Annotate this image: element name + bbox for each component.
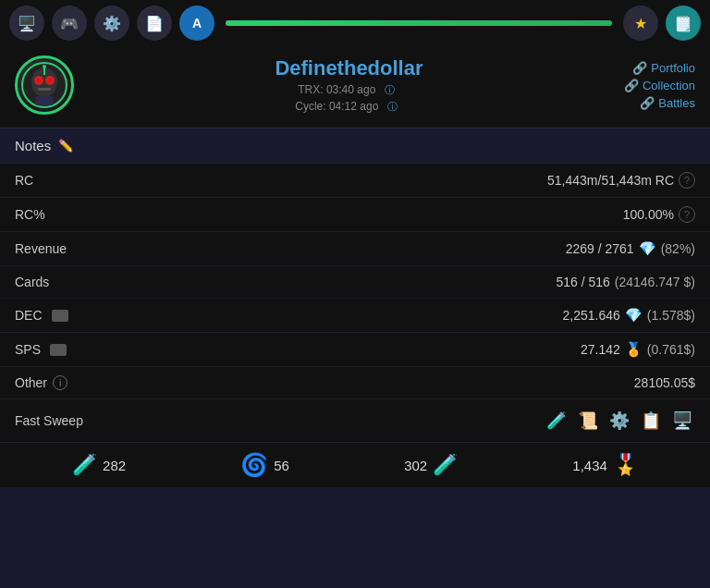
edit-icon[interactable]: ✏️ [58, 139, 73, 153]
profile-name: Definethedollar [89, 56, 609, 80]
fast-sweep-row: Fast Sweep 🧪 📜 ⚙️ 📋 🖥️ [0, 399, 710, 443]
link-icon: 🔗 [632, 61, 647, 75]
person-icon-btn[interactable]: A [179, 6, 214, 41]
svg-point-5 [48, 79, 52, 82]
profile-links: 🔗 Portfolio 🔗 Collection 🔗 Battles [624, 61, 695, 110]
sweep-icon-2[interactable]: ⚙️ [606, 408, 632, 434]
profile-info: Definethedollar TRX: 03:40 ago ⓘ Cycle: … [89, 56, 609, 114]
revenue-value: 2269 / 2761 💎 (82%) [566, 240, 695, 257]
portfolio-link[interactable]: 🔗 Portfolio [632, 61, 695, 75]
spin-icon: 🌀 [240, 452, 268, 478]
cards-row: Cards 516 / 516 (24146.747 $) [0, 266, 710, 299]
rc-pct-question-icon[interactable]: ? [679, 206, 695, 223]
notes-section: Notes ✏️ [0, 129, 710, 164]
rc-pct-label: RC% [15, 207, 45, 222]
svg-rect-6 [38, 88, 51, 91]
rc-label: RC [15, 173, 33, 188]
battles-link[interactable]: 🔗 Battles [640, 96, 695, 110]
notes-label: Notes [15, 138, 51, 153]
potion-stat: 🧪 282 [72, 453, 126, 477]
rc-pct-value: 100.00% ? [623, 206, 695, 223]
sps-value: 27.142 🏅 (0.761$) [581, 341, 695, 358]
spin-stat: 🌀 56 [240, 452, 289, 478]
link-icon: 🔗 [640, 96, 655, 110]
sps-wallet-icon [50, 344, 67, 356]
svg-point-8 [43, 65, 46, 68]
dec-row: DEC 2,251.646 💎 (1.578$) [0, 299, 710, 333]
svg-rect-7 [43, 67, 45, 75]
dec-gem-icon: 💎 [625, 307, 643, 324]
cards-label: Cards [15, 275, 49, 289]
badge-count: 1,434 [572, 458, 607, 473]
sweep-icon-4[interactable]: 🖥️ [669, 408, 695, 434]
progress-bar [226, 20, 612, 26]
stat-row: 🧪 282 🌀 56 302 🧪 1,434 🎖️ [0, 443, 710, 487]
dec-wallet-icon [52, 310, 68, 322]
dec-label: DEC [15, 308, 68, 323]
sweep-icon-3[interactable]: 📋 [638, 408, 664, 434]
collection-link[interactable]: 🔗 Collection [624, 79, 695, 92]
badge-stat: 1,434 🎖️ [572, 453, 638, 477]
vial-icon: 🧪 [433, 453, 458, 477]
nav-right: ★ 🗒️ [623, 6, 701, 41]
dec-value: 2,251.646 💎 (1.578$) [563, 307, 695, 324]
rc-row: RC 51,443m/51,443m RC ? [0, 164, 710, 198]
sweep-icons: 🧪 📜 ⚙️ 📋 🖥️ [544, 408, 695, 434]
avatar [15, 55, 74, 115]
other-row: Other i 28105.05$ [0, 367, 710, 399]
svg-point-4 [37, 79, 41, 82]
sps-medal-icon: 🏅 [625, 341, 643, 358]
cards-value: 516 / 516 (24146.747 $) [556, 275, 695, 289]
revenue-row: Revenue 2269 / 2761 💎 (82%) [0, 232, 710, 266]
progress-fill [226, 20, 612, 26]
rc-percent-row: RC% 100.00% ? [0, 198, 710, 232]
top-nav: 🖥️ 🎮 ⚙️ 📄 A ★ 🗒️ [0, 0, 710, 46]
potion-icon: 🧪 [72, 453, 97, 477]
other-value: 28105.05$ [634, 375, 695, 390]
vial-stat: 302 🧪 [404, 453, 458, 477]
sweep-icon-1[interactable]: 📜 [575, 408, 601, 434]
fast-sweep-label: Fast Sweep [15, 413, 83, 428]
profile-header: Definethedollar TRX: 03:40 ago ⓘ Cycle: … [0, 46, 710, 129]
cycle-info-icon[interactable]: ⓘ [387, 101, 398, 112]
star-btn[interactable]: ★ [623, 6, 658, 41]
gamepad-icon-btn[interactable]: 🎮 [52, 6, 87, 41]
sps-row: SPS 27.142 🏅 (0.761$) [0, 333, 710, 367]
spin-value: 56 [274, 458, 289, 473]
profile-cycle: Cycle: 04:12 ago ⓘ [89, 100, 609, 114]
sweep-icon-0[interactable]: 🧪 [544, 408, 569, 434]
potion-value: 282 [103, 458, 126, 473]
document-icon-btn[interactable]: 📄 [137, 6, 172, 41]
gear-icon-btn[interactable]: ⚙️ [94, 6, 129, 41]
trx-info-icon[interactable]: ⓘ [385, 84, 395, 95]
revenue-label: Revenue [15, 241, 67, 256]
data-content: RC 51,443m/51,443m RC ? RC% 100.00% ? Re… [0, 164, 710, 443]
vial-count: 302 [404, 458, 427, 473]
sps-label: SPS [15, 342, 67, 357]
rc-question-icon[interactable]: ? [679, 172, 695, 189]
rc-value: 51,443m/51,443m RC ? [547, 172, 695, 189]
revenue-gem-icon: 💎 [639, 240, 656, 257]
screen-icon-btn[interactable]: 🖥️ [9, 6, 44, 41]
other-label: Other i [15, 375, 67, 390]
other-info-icon[interactable]: i [53, 375, 67, 390]
profile-trx: TRX: 03:40 ago ⓘ [89, 83, 609, 97]
clipboard-btn[interactable]: 🗒️ [666, 6, 701, 41]
badge-icon: 🎖️ [613, 453, 638, 477]
link-icon: 🔗 [624, 79, 639, 92]
svg-rect-9 [35, 96, 54, 105]
